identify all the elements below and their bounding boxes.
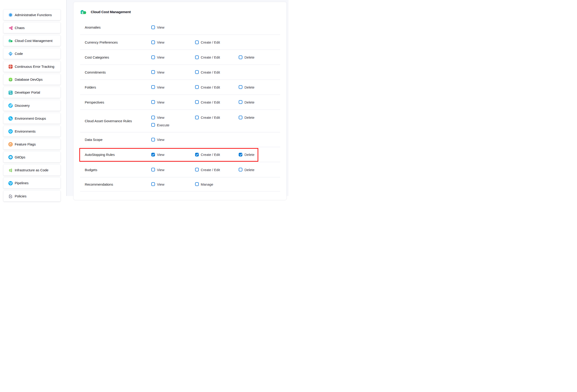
svg-text:$: $: [9, 40, 11, 42]
svg-text:$: $: [81, 11, 83, 14]
